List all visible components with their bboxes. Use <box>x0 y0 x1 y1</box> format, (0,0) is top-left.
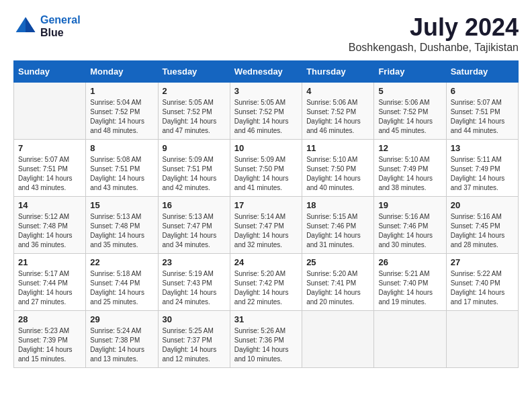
calendar-week-row: 21Sunrise: 5:17 AMSunset: 7:44 PMDayligh… <box>14 254 519 311</box>
calendar-cell <box>14 83 86 140</box>
calendar-cell: 16Sunrise: 5:13 AMSunset: 7:47 PMDayligh… <box>158 197 230 254</box>
calendar-cell: 26Sunrise: 5:21 AMSunset: 7:40 PMDayligh… <box>374 254 446 311</box>
day-info: Sunrise: 5:06 AMSunset: 7:52 PMDaylight:… <box>378 98 441 136</box>
calendar-cell: 4Sunrise: 5:06 AMSunset: 7:52 PMDaylight… <box>302 83 374 140</box>
day-info: Sunrise: 5:04 AMSunset: 7:52 PMDaylight:… <box>90 98 153 136</box>
day-info: Sunrise: 5:10 AMSunset: 7:49 PMDaylight:… <box>378 155 441 193</box>
logo: General Blue <box>13 13 81 39</box>
day-number: 27 <box>451 257 514 267</box>
weekday-header-tuesday: Tuesday <box>158 61 230 83</box>
title-section: July 2024 Boshkengash, Dushanbe, Tajikis… <box>349 13 519 54</box>
calendar-week-row: 14Sunrise: 5:12 AMSunset: 7:48 PMDayligh… <box>14 197 519 254</box>
calendar-table: SundayMondayTuesdayWednesdayThursdayFrid… <box>13 60 519 368</box>
day-info: Sunrise: 5:11 AMSunset: 7:49 PMDaylight:… <box>451 155 514 193</box>
calendar-cell: 13Sunrise: 5:11 AMSunset: 7:49 PMDayligh… <box>446 140 518 197</box>
day-info: Sunrise: 5:22 AMSunset: 7:40 PMDaylight:… <box>451 269 514 307</box>
day-number: 28 <box>18 314 81 324</box>
calendar-body: 1Sunrise: 5:04 AMSunset: 7:52 PMDaylight… <box>14 83 519 368</box>
calendar-cell: 24Sunrise: 5:20 AMSunset: 7:42 PMDayligh… <box>230 254 302 311</box>
day-number: 9 <box>163 143 226 153</box>
calendar-cell: 25Sunrise: 5:20 AMSunset: 7:41 PMDayligh… <box>302 254 374 311</box>
day-info: Sunrise: 5:05 AMSunset: 7:52 PMDaylight:… <box>234 98 298 136</box>
day-number: 6 <box>451 86 514 96</box>
day-number: 2 <box>163 86 226 96</box>
day-info: Sunrise: 5:10 AMSunset: 7:50 PMDaylight:… <box>306 155 369 193</box>
day-number: 7 <box>18 143 81 153</box>
calendar-cell <box>446 311 518 368</box>
weekday-header-wednesday: Wednesday <box>230 61 302 83</box>
day-number: 10 <box>234 143 298 153</box>
weekday-header-monday: Monday <box>86 61 158 83</box>
calendar-cell: 23Sunrise: 5:19 AMSunset: 7:43 PMDayligh… <box>158 254 230 311</box>
day-number: 16 <box>163 200 226 210</box>
day-number: 1 <box>90 86 153 96</box>
weekday-header-saturday: Saturday <box>446 61 518 83</box>
calendar-cell: 1Sunrise: 5:04 AMSunset: 7:52 PMDaylight… <box>86 83 158 140</box>
day-number: 12 <box>378 143 441 153</box>
calendar-week-row: 7Sunrise: 5:07 AMSunset: 7:51 PMDaylight… <box>14 140 519 197</box>
day-number: 29 <box>90 314 153 324</box>
day-info: Sunrise: 5:20 AMSunset: 7:42 PMDaylight:… <box>234 269 298 307</box>
day-number: 25 <box>306 257 369 267</box>
calendar-week-row: 28Sunrise: 5:23 AMSunset: 7:39 PMDayligh… <box>14 311 519 368</box>
day-number: 21 <box>18 257 81 267</box>
calendar-cell: 7Sunrise: 5:07 AMSunset: 7:51 PMDaylight… <box>14 140 86 197</box>
logo-icon <box>13 14 38 38</box>
calendar-cell: 29Sunrise: 5:24 AMSunset: 7:38 PMDayligh… <box>86 311 158 368</box>
day-number: 19 <box>378 200 441 210</box>
day-info: Sunrise: 5:15 AMSunset: 7:46 PMDaylight:… <box>306 212 369 250</box>
calendar-cell: 3Sunrise: 5:05 AMSunset: 7:52 PMDaylight… <box>230 83 302 140</box>
svg-marker-1 <box>26 17 35 33</box>
day-number: 30 <box>163 314 226 324</box>
day-number: 26 <box>378 257 441 267</box>
calendar-cell: 18Sunrise: 5:15 AMSunset: 7:46 PMDayligh… <box>302 197 374 254</box>
weekday-header-sunday: Sunday <box>14 61 86 83</box>
day-info: Sunrise: 5:13 AMSunset: 7:47 PMDaylight:… <box>163 212 226 250</box>
calendar-cell: 19Sunrise: 5:16 AMSunset: 7:46 PMDayligh… <box>374 197 446 254</box>
logo-text: General Blue <box>40 13 81 39</box>
day-number: 5 <box>378 86 441 96</box>
calendar-cell <box>302 311 374 368</box>
calendar-cell: 17Sunrise: 5:14 AMSunset: 7:47 PMDayligh… <box>230 197 302 254</box>
day-number: 20 <box>451 200 514 210</box>
calendar-cell: 12Sunrise: 5:10 AMSunset: 7:49 PMDayligh… <box>374 140 446 197</box>
month-year-title: July 2024 <box>349 13 519 42</box>
day-info: Sunrise: 5:14 AMSunset: 7:47 PMDaylight:… <box>234 212 298 250</box>
day-number: 31 <box>234 314 298 324</box>
day-number: 8 <box>90 143 153 153</box>
calendar-cell: 6Sunrise: 5:07 AMSunset: 7:51 PMDaylight… <box>446 83 518 140</box>
calendar-cell: 8Sunrise: 5:08 AMSunset: 7:51 PMDaylight… <box>86 140 158 197</box>
calendar-cell: 27Sunrise: 5:22 AMSunset: 7:40 PMDayligh… <box>446 254 518 311</box>
day-info: Sunrise: 5:09 AMSunset: 7:50 PMDaylight:… <box>234 155 298 193</box>
calendar-cell: 2Sunrise: 5:05 AMSunset: 7:52 PMDaylight… <box>158 83 230 140</box>
day-info: Sunrise: 5:05 AMSunset: 7:52 PMDaylight:… <box>163 98 226 136</box>
calendar-header: SundayMondayTuesdayWednesdayThursdayFrid… <box>14 61 519 83</box>
day-number: 15 <box>90 200 153 210</box>
calendar-cell: 28Sunrise: 5:23 AMSunset: 7:39 PMDayligh… <box>14 311 86 368</box>
day-info: Sunrise: 5:12 AMSunset: 7:48 PMDaylight:… <box>18 212 81 250</box>
day-number: 22 <box>90 257 153 267</box>
day-info: Sunrise: 5:07 AMSunset: 7:51 PMDaylight:… <box>18 155 81 193</box>
day-number: 13 <box>451 143 514 153</box>
calendar-cell: 10Sunrise: 5:09 AMSunset: 7:50 PMDayligh… <box>230 140 302 197</box>
day-number: 11 <box>306 143 369 153</box>
day-number: 17 <box>234 200 298 210</box>
day-info: Sunrise: 5:25 AMSunset: 7:37 PMDaylight:… <box>163 326 226 364</box>
calendar-cell: 11Sunrise: 5:10 AMSunset: 7:50 PMDayligh… <box>302 140 374 197</box>
day-info: Sunrise: 5:13 AMSunset: 7:48 PMDaylight:… <box>90 212 153 250</box>
day-info: Sunrise: 5:26 AMSunset: 7:36 PMDaylight:… <box>234 326 298 364</box>
day-info: Sunrise: 5:06 AMSunset: 7:52 PMDaylight:… <box>306 98 369 136</box>
day-number: 3 <box>234 86 298 96</box>
day-info: Sunrise: 5:17 AMSunset: 7:44 PMDaylight:… <box>18 269 81 307</box>
day-info: Sunrise: 5:08 AMSunset: 7:51 PMDaylight:… <box>90 155 153 193</box>
calendar-cell: 20Sunrise: 5:16 AMSunset: 7:45 PMDayligh… <box>446 197 518 254</box>
calendar-cell <box>374 311 446 368</box>
day-info: Sunrise: 5:09 AMSunset: 7:51 PMDaylight:… <box>163 155 226 193</box>
weekday-header-friday: Friday <box>374 61 446 83</box>
calendar-cell: 31Sunrise: 5:26 AMSunset: 7:36 PMDayligh… <box>230 311 302 368</box>
day-info: Sunrise: 5:23 AMSunset: 7:39 PMDaylight:… <box>18 326 81 364</box>
day-number: 23 <box>163 257 226 267</box>
page-header: General Blue July 2024 Boshkengash, Dush… <box>13 13 519 54</box>
calendar-cell: 22Sunrise: 5:18 AMSunset: 7:44 PMDayligh… <box>86 254 158 311</box>
day-number: 14 <box>18 200 81 210</box>
